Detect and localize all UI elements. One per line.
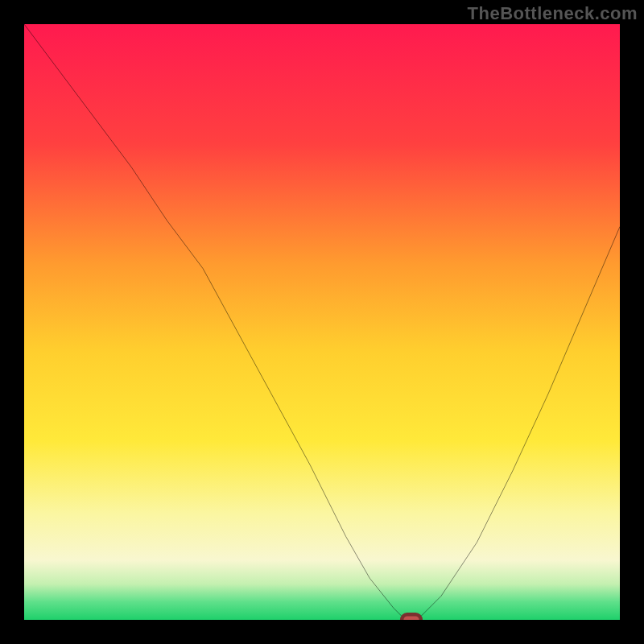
chart-container: TheBottleneck.com	[0, 0, 644, 644]
plot-area	[24, 24, 620, 620]
annotations-layer	[402, 614, 421, 620]
chart-svg	[24, 24, 620, 620]
optimal-marker	[402, 614, 421, 620]
gradient-rect	[24, 24, 620, 620]
watermark-text: TheBottleneck.com	[468, 3, 638, 24]
